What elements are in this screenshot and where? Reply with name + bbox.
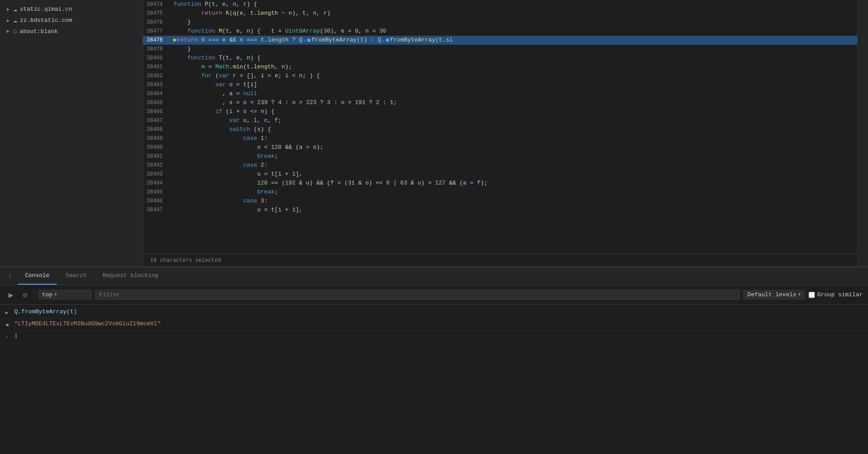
chevron-down-icon: ▼	[54, 292, 57, 297]
code-content: break;	[170, 188, 857, 197]
line-number: 38491	[143, 152, 170, 161]
execute-button[interactable]: ▶	[5, 290, 16, 300]
expand-arrow-icon: ▶	[5, 18, 11, 23]
code-table: 38474 function P(t, e, n, r) { 38475 ret…	[143, 0, 857, 214]
levels-arrow-icon: ▼	[798, 292, 801, 297]
table-row: 38474 function P(t, e, n, r) {	[143, 0, 857, 9]
table-row: 38490 o < 128 && (a = o);	[143, 143, 857, 152]
sidebar-item-label: about:blank	[20, 28, 58, 35]
console-entry-1: ▶ Q.fromByteArray(t)	[0, 307, 868, 319]
code-content: function M(t, e, n) { t = Uint8Array(30)…	[170, 27, 857, 36]
code-content: case 3:	[170, 197, 857, 206]
sidebar: ▶ ☁ static.qimai.cn ▶ ☁ zz.bdstatic.com …	[0, 0, 143, 266]
line-number: 38492	[143, 161, 170, 170]
code-content: , s = o > 239 ? 4 : o > 223 ? 3 : o > 19…	[170, 98, 857, 107]
devtools-panel: ⋮ Console Search Request blocking ▶ ⊘ to…	[0, 266, 868, 454]
line-number: 38481	[143, 63, 170, 71]
group-similar-text: Group similar	[817, 291, 863, 298]
table-row: 38483 var o = t[i]	[143, 80, 857, 89]
console-entry-prompt: › |	[0, 331, 868, 343]
group-similar-checkbox[interactable]	[809, 292, 815, 298]
table-row: 38475 return K(q(e, t.length − n), t, n,…	[143, 9, 857, 18]
tab-console[interactable]: Console	[18, 267, 57, 285]
sidebar-item-static-qimai[interactable]: ▶ ☁ static.qimai.cn	[0, 4, 143, 15]
line-number: 38482	[143, 71, 170, 80]
line-number: 38495	[143, 188, 170, 197]
table-row: 38492 case 2:	[143, 161, 857, 170]
table-row: 38486 if (i + s <= n) {	[143, 107, 857, 116]
line-number: 38477	[143, 27, 170, 36]
line-number: 38488	[143, 125, 170, 134]
line-number: 38474	[143, 0, 170, 9]
table-row: 38484 , a = null	[143, 89, 857, 98]
sidebar-item-zz-bdstatic[interactable]: ▶ ☁ zz.bdstatic.com	[0, 15, 143, 26]
sidebar-item-label: static.qimai.cn	[20, 6, 72, 13]
code-content: case 2:	[170, 161, 857, 170]
tab-request-blocking[interactable]: Request blocking	[95, 267, 165, 285]
code-content: u = t[i + 1],	[170, 206, 857, 214]
filter-input[interactable]	[95, 290, 740, 300]
code-content: }	[170, 45, 857, 54]
code-scroll-area[interactable]: 38474 function P(t, e, n, r) { 38475 ret…	[143, 0, 857, 254]
line-number: 38487	[143, 116, 170, 125]
table-row-highlighted: 38478 ▶return 0 === e && n === t.length …	[143, 36, 857, 45]
clear-button[interactable]: ⊘	[20, 290, 30, 300]
line-number: 38497	[143, 206, 170, 214]
code-content: o < 128 && (a = o);	[170, 143, 857, 152]
table-row: 38491 break;	[143, 152, 857, 161]
entry-content[interactable]: |	[14, 332, 863, 340]
line-number: 38489	[143, 134, 170, 143]
prompt-icon: ›	[5, 332, 13, 341]
line-number: 38479	[143, 45, 170, 54]
levels-selector[interactable]: Default levels ▼	[743, 290, 805, 299]
tab-search[interactable]: Search	[59, 267, 94, 285]
code-content: u = t[i + 1],	[170, 170, 857, 179]
line-number: 38493	[143, 170, 170, 179]
line-number: 38483	[143, 80, 170, 89]
line-number: 38478	[143, 36, 170, 45]
table-row: 38480 function T(t, e, n) {	[143, 54, 857, 63]
line-number: 38484	[143, 89, 170, 98]
table-row: 38479 }	[143, 45, 857, 54]
table-row: 38481 n = Math.min(t.length, n);	[143, 63, 857, 71]
console-toolbar: ▶ ⊘ top ▼ Default levels ▼ Group similar	[0, 285, 868, 305]
return-icon: ◀	[5, 319, 13, 329]
code-content: ▶return 0 === e && n === t.length ? Q.fr…	[170, 36, 857, 45]
line-number: 38490	[143, 143, 170, 152]
context-selector[interactable]: top ▼	[38, 290, 92, 299]
line-number: 38496	[143, 197, 170, 206]
file-icon: ☐	[13, 28, 17, 35]
expand-icon[interactable]: ▶	[5, 307, 13, 317]
code-content: function P(t, e, n, r) {	[170, 0, 857, 9]
table-row: 38482 for (var r = [], i = e; i < n; ) {	[143, 71, 857, 80]
table-row: 38497 u = t[i + 1],	[143, 206, 857, 214]
code-content: if (i + s <= n) {	[170, 107, 857, 116]
line-number: 38476	[143, 18, 170, 27]
code-content: n = Math.min(t.length, n);	[170, 63, 857, 71]
cloud-icon: ☁	[13, 5, 17, 13]
entry-content: "LTIyMDE4LTExLTExM2NudG9wc2VsbGluZ19mcmV…	[14, 319, 863, 328]
line-number: 38485	[143, 98, 170, 107]
table-row: 38487 var u, l, c, f;	[143, 116, 857, 125]
code-content: break;	[170, 152, 857, 161]
line-number: 38494	[143, 179, 170, 188]
sidebar-item-about-blank[interactable]: ▶ ☐ about:blank	[0, 26, 143, 37]
right-panel	[857, 0, 868, 266]
line-number: 38486	[143, 107, 170, 116]
code-content: case 1:	[170, 134, 857, 143]
group-similar-label[interactable]: Group similar	[809, 291, 863, 298]
toolbar-separator	[34, 290, 34, 299]
line-number: 38475	[143, 9, 170, 18]
code-editor: 38474 function P(t, e, n, r) { 38475 ret…	[143, 0, 857, 266]
table-row: 38489 case 1:	[143, 134, 857, 143]
expand-arrow-icon: ▶	[5, 29, 11, 34]
console-output[interactable]: ▶ Q.fromByteArray(t) ◀ "LTIyMDE4LTExLTEx…	[0, 305, 868, 454]
table-row: 38485 , s = o > 239 ? 4 : o > 223 ? 3 : …	[143, 98, 857, 107]
code-content: var u, l, c, f;	[170, 116, 857, 125]
code-content: function T(t, e, n) {	[170, 54, 857, 63]
more-options-button[interactable]: ⋮	[4, 270, 16, 282]
entry-content: Q.fromByteArray(t)	[14, 307, 863, 316]
table-row: 38477 function M(t, e, n) { t = Uint8Arr…	[143, 27, 857, 36]
code-content: switch (s) {	[170, 125, 857, 134]
code-content: var o = t[i]	[170, 80, 857, 89]
